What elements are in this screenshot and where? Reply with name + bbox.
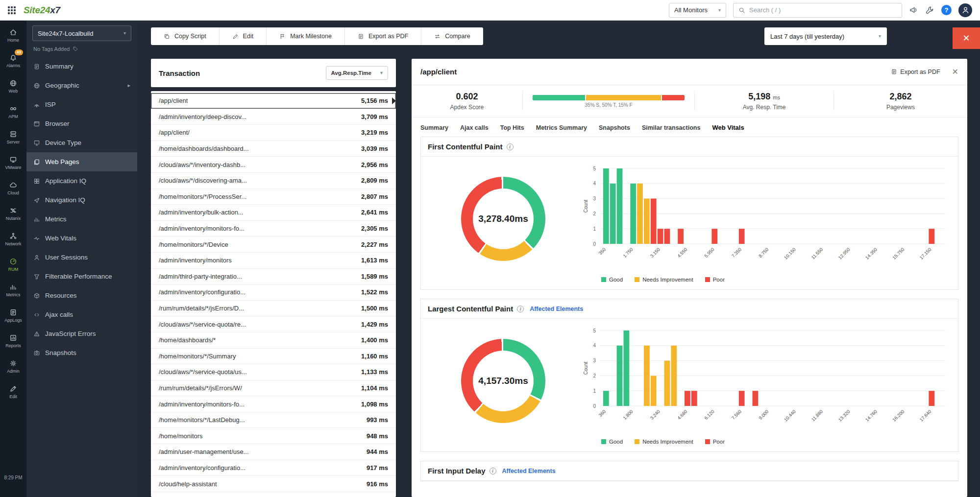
table-row[interactable]: /admin/inventory/configuratio...1,522 ms: [151, 284, 396, 301]
table-row[interactable]: /home/monitors/*/Summary1,160 ms: [151, 349, 396, 365]
table-row[interactable]: /admin/inventory/monitors-fo...2,305 ms: [151, 221, 396, 237]
rail-item-vmware[interactable]: VMware: [0, 150, 26, 175]
table-row[interactable]: /rum/rum/details/*/jsErrors/W/1,104 ms: [151, 380, 396, 397]
table-row[interactable]: /app/client/3,219 ms: [151, 125, 396, 141]
table-row[interactable]: /cloud/aws/*/service-quota/re...1,429 ms: [151, 316, 396, 332]
toolbar: Copy ScriptEditMark MilestoneExport as P…: [137, 21, 980, 59]
table-row[interactable]: /admin/third-party-integratio...1,589 ms: [151, 269, 396, 285]
rail-item-web[interactable]: Web: [0, 73, 26, 99]
table-row[interactable]: /app/client5,156 ms: [151, 93, 396, 109]
mark-milestone-button[interactable]: Mark Milestone: [267, 27, 345, 45]
globe-icon: [9, 79, 17, 87]
table-row[interactable]: /home/dashboards/dashboard...3,039 ms: [151, 141, 396, 157]
table-row[interactable]: /home/monitors/*/ProcessSer...2,807 ms: [151, 189, 396, 205]
table-row[interactable]: /admin/inventory/configuratio...917 ms: [151, 460, 396, 476]
date-range-dropdown[interactable]: Last 7 days (till yesterday) ▾: [764, 27, 887, 45]
sidebar-item-isp[interactable]: ISP: [26, 95, 137, 114]
rail-item-nutanix[interactable]: Nutanix: [0, 201, 26, 226]
announcements-icon[interactable]: [909, 5, 918, 15]
sidebar-item-resources[interactable]: Resources: [26, 286, 137, 305]
apdex-distribution: 35% S, 50% T, 15% F: [523, 92, 695, 111]
table-row[interactable]: /home/dashboards/*1,400 ms: [151, 332, 396, 349]
sidebar-item-user-sessions[interactable]: User Sessions: [26, 248, 137, 267]
rail-item-home[interactable]: Home: [0, 23, 26, 48]
table-row[interactable]: /admin/inventory/deep-discov...3,709 ms: [151, 109, 396, 125]
table-row[interactable]: /home/monitors/*/Device2,227 ms: [151, 237, 396, 253]
transaction-path: /home/monitors/*/ProcessSer...: [159, 193, 246, 200]
edit-button[interactable]: Edit: [220, 27, 267, 45]
rail-item-label: Metrics: [6, 292, 21, 297]
detail-close-icon[interactable]: ✕: [952, 67, 958, 76]
rail-item-apm[interactable]: APM: [0, 99, 26, 124]
export-as-pdf-button[interactable]: Export as PDF: [345, 27, 421, 45]
tab-similar-transactions[interactable]: Similar transactions: [642, 124, 701, 131]
tab-top-hits[interactable]: Top Hits: [500, 124, 524, 131]
close-button[interactable]: ✕: [953, 27, 980, 49]
sidebar-item-browser[interactable]: Browser: [26, 114, 137, 133]
avatar[interactable]: [958, 3, 972, 17]
transaction-value: 917 ms: [367, 464, 388, 472]
rail-item-cloud[interactable]: Cloud: [0, 175, 26, 201]
table-row[interactable]: /rum/rum/details/*/jsErrors/D...1,500 ms: [151, 301, 396, 317]
rail-item-label: Nutanix: [6, 216, 21, 221]
affected-elements-link[interactable]: Affected Elements: [530, 306, 583, 312]
transaction-value: 1,160 ms: [361, 353, 388, 360]
sidebar-item-ajax-calls[interactable]: Ajax calls: [26, 305, 137, 324]
table-row[interactable]: /admin/inventory/monitors1,613 ms: [151, 253, 396, 269]
tab-snapshots[interactable]: Snapshots: [599, 124, 630, 131]
rail-item-edit[interactable]: Edit: [0, 379, 26, 404]
tab-ajax-calls[interactable]: Ajax calls: [460, 124, 489, 131]
monitor-select[interactable]: Site24x7-Localbuild ▾: [32, 25, 131, 41]
topbar-right: All Monitors ▾ ?: [669, 3, 972, 18]
sidebar-item-geographic[interactable]: Geographic▸: [26, 76, 137, 95]
tab-summary[interactable]: Summary: [420, 124, 448, 131]
search-input[interactable]: [749, 6, 897, 14]
sidebar-item-metrics[interactable]: Metrics: [26, 210, 137, 229]
apps-grid-icon[interactable]: [8, 6, 16, 14]
transaction-path: /rum/rum/details/*/jsErrors/W/: [159, 384, 242, 392]
sidebar-item-navigation-iq[interactable]: Navigation IQ: [26, 190, 137, 210]
sidebar-item-filterable-performance[interactable]: Filterable Performance: [26, 267, 137, 286]
table-row[interactable]: /admin/inventory/bulk-action...2,641 ms: [151, 205, 396, 221]
rail-item-rum[interactable]: RUM: [0, 252, 26, 277]
donut-chart: 4,157.30ms: [461, 339, 545, 423]
table-row[interactable]: /home/monitors948 ms: [151, 428, 396, 444]
sidebar-item-snapshots[interactable]: Snapshots: [26, 343, 137, 362]
affected-elements-link[interactable]: Affected Elements: [502, 468, 556, 474]
table-row[interactable]: /cloud/help-assistant916 ms: [151, 476, 396, 492]
metric-dropdown[interactable]: Avg.Resp.Time ▾: [326, 66, 388, 80]
rail-item-network[interactable]: Network: [0, 226, 26, 252]
rail-item-alarms[interactable]: Alarms43: [0, 48, 26, 73]
sidebar-item-web-pages[interactable]: Web Pages: [26, 152, 137, 171]
compare-button[interactable]: Compare: [421, 27, 483, 45]
rail-item-server[interactable]: Server: [0, 124, 26, 150]
edit-icon: [232, 33, 239, 40]
table-row[interactable]: /admin/inventory/monitors-fo...1,098 ms: [151, 396, 396, 412]
clock-time: 8:29 PM: [4, 475, 22, 480]
all-monitors-dropdown[interactable]: All Monitors ▾: [669, 3, 726, 18]
table-row[interactable]: /home/monitors/*/LastDebug...993 ms: [151, 412, 396, 428]
copy-script-button[interactable]: Copy Script: [151, 27, 220, 45]
sidebar-item-summary[interactable]: Summary: [26, 57, 137, 76]
rail-item-applogs[interactable]: AppLogs: [0, 303, 26, 328]
export-pdf-button[interactable]: Export as PDF: [891, 69, 940, 75]
tools-icon[interactable]: [925, 5, 934, 15]
sidebar-item-javascript-errors[interactable]: JavaScript Errors: [26, 324, 137, 343]
table-row[interactable]: /cloud/aws/*/inventory-dashb...2,956 ms: [151, 157, 396, 173]
table-row[interactable]: /cloud/aws/*/discovering-ama...2,809 ms: [151, 173, 396, 189]
svg-text:3: 3: [593, 196, 596, 201]
sidebar-item-device-type[interactable]: Device Type: [26, 133, 137, 152]
tab-web-vitals[interactable]: Web Vitals: [712, 124, 744, 131]
sidebar-item-label: Summary: [45, 63, 74, 70]
rail-item-metrics[interactable]: Metrics: [0, 277, 26, 303]
table-row[interactable]: /cloud/aws/*/service-quota/us...1,133 ms: [151, 364, 396, 380]
sidebar-item-application-iq[interactable]: Application IQ: [26, 171, 137, 190]
rail-item-admin[interactable]: Admin: [0, 354, 26, 379]
table-row[interactable]: /admin/user-management/use...944 ms: [151, 444, 396, 460]
transaction-value: 2,305 ms: [361, 225, 388, 232]
rail-item-reports[interactable]: Reports: [0, 328, 26, 354]
monitor-select-label: Site24x7-Localbuild: [38, 30, 93, 37]
tab-metrics-summary[interactable]: Metrics Summary: [536, 124, 587, 131]
help-icon[interactable]: ?: [941, 5, 952, 15]
sidebar-item-web-vitals[interactable]: Web Vitals: [26, 229, 137, 248]
